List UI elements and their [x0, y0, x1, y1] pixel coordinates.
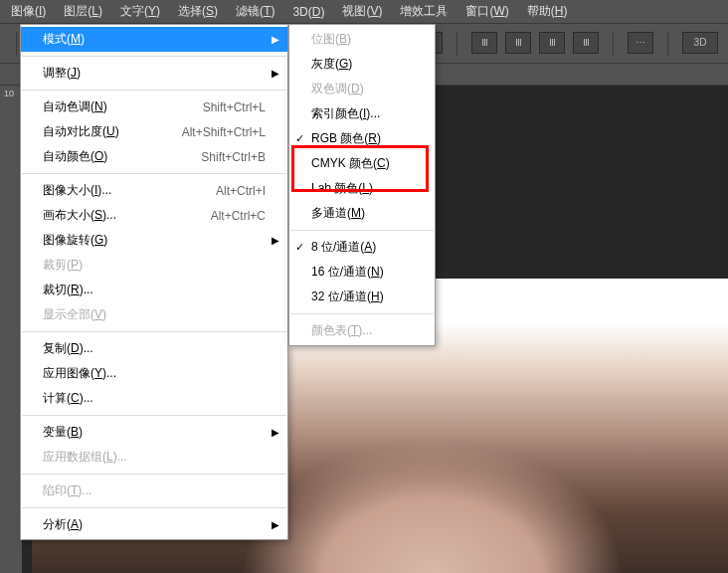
3d-mode-button[interactable]: 3D: [682, 32, 718, 54]
menu-separator: [290, 230, 434, 231]
menubar: 图像(I) 图层(L) 文字(Y) 选择(S) 滤镜(T) 3D(D) 视图(V…: [0, 0, 728, 24]
menu-separator: [22, 474, 286, 475]
menu-item-16bit[interactable]: 16 位/通道(N): [289, 260, 435, 285]
menu-separator: [22, 331, 286, 332]
menu-item-bitmap: 位图(B): [289, 27, 435, 52]
toolbar-separator: [667, 32, 668, 56]
chevron-right-icon: ▶: [272, 519, 279, 530]
menu-item-adjustments[interactable]: 调整(J)▶: [21, 61, 287, 86]
toolbar-separator: [16, 32, 17, 56]
menu-item-trap: 陷印(T)...: [21, 478, 287, 503]
menu-item-image-size[interactable]: 图像大小(I)...Alt+Ctrl+I: [21, 178, 287, 203]
menu-item-cmyk[interactable]: CMYK 颜色(C): [289, 151, 435, 176]
menu-separator: [22, 173, 286, 174]
menu-filter[interactable]: 滤镜(T): [227, 0, 283, 24]
menu-item-trim[interactable]: 裁切(R)...: [21, 278, 287, 302]
image-dropdown-menu: 模式(M)▶ 调整(J)▶ 自动色调(N)Shift+Ctrl+L 自动对比度(…: [20, 24, 288, 540]
menu-item-auto-tone[interactable]: 自动色调(N)Shift+Ctrl+L: [21, 95, 287, 119]
menu-image[interactable]: 图像(I): [2, 0, 55, 24]
menu-3d[interactable]: 3D(D): [283, 1, 333, 23]
menu-item-32bit[interactable]: 32 位/通道(H): [289, 285, 435, 309]
chevron-right-icon: ▶: [272, 427, 279, 438]
more-icon[interactable]: ⋯: [628, 32, 653, 54]
menu-item-analysis[interactable]: 分析(A)▶: [21, 512, 287, 537]
menu-item-apply-dataset: 应用数据组(L)...: [21, 445, 287, 470]
menu-item-auto-contrast[interactable]: 自动对比度(U)Alt+Shift+Ctrl+L: [21, 119, 287, 144]
menu-item-duplicate[interactable]: 复制(D)...: [21, 336, 287, 361]
mode-submenu: 位图(B) 灰度(G) 双色调(D) 索引颜色(I)... ✓RGB 颜色(R)…: [288, 24, 436, 346]
menu-item-multichannel[interactable]: 多通道(M): [289, 201, 435, 226]
distribute-bottom-icon[interactable]: Ⅲ: [539, 32, 565, 54]
menu-separator: [22, 56, 286, 57]
menu-item-color-table: 颜色表(T)...: [289, 318, 435, 343]
menu-view[interactable]: 视图(V): [333, 0, 391, 24]
menu-item-grayscale[interactable]: 灰度(G): [289, 52, 435, 77]
check-icon: ✓: [295, 241, 304, 254]
check-icon: ✓: [295, 132, 304, 145]
menu-item-8bit[interactable]: ✓8 位/通道(A): [289, 235, 435, 260]
menu-item-variables[interactable]: 变量(B)▶: [21, 420, 287, 445]
menu-item-crop: 裁剪(P): [21, 253, 287, 278]
distribute-left-icon[interactable]: Ⅲ: [573, 32, 599, 54]
toolbar-separator: [456, 32, 457, 56]
image-content: [241, 441, 624, 573]
menu-item-apply-image[interactable]: 应用图像(Y)...: [21, 361, 287, 386]
chevron-right-icon: ▶: [272, 34, 279, 45]
menu-plugins[interactable]: 增效工具: [391, 0, 456, 24]
menu-item-rgb[interactable]: ✓RGB 颜色(R): [289, 126, 435, 151]
menu-select[interactable]: 选择(S): [169, 0, 227, 24]
menu-separator: [22, 415, 286, 416]
ruler-value: 10: [4, 89, 14, 98]
menu-window[interactable]: 窗口(W): [456, 0, 517, 24]
menu-help[interactable]: 帮助(H): [518, 0, 577, 24]
distribute-top-icon[interactable]: Ⅲ: [471, 32, 497, 54]
menu-separator: [22, 90, 286, 91]
menu-item-auto-color[interactable]: 自动颜色(O)Shift+Ctrl+B: [21, 144, 287, 169]
menu-item-calculations[interactable]: 计算(C)...: [21, 386, 287, 411]
menu-separator: [290, 313, 434, 314]
menu-item-duotone: 双色调(D): [289, 77, 435, 101]
menu-item-rotation[interactable]: 图像旋转(G)▶: [21, 228, 287, 253]
menu-item-lab[interactable]: Lab 颜色(L): [289, 176, 435, 201]
chevron-right-icon: ▶: [272, 68, 279, 79]
menu-item-indexed[interactable]: 索引颜色(I)...: [289, 101, 435, 126]
menu-layer[interactable]: 图层(L): [55, 0, 111, 24]
menu-text[interactable]: 文字(Y): [111, 0, 169, 24]
menu-item-reveal-all: 显示全部(V): [21, 302, 287, 327]
menu-item-canvas-size[interactable]: 画布大小(S)...Alt+Ctrl+C: [21, 203, 287, 228]
menu-separator: [22, 507, 286, 508]
distribute-middle-icon[interactable]: Ⅲ: [505, 32, 531, 54]
chevron-right-icon: ▶: [272, 235, 279, 246]
toolbar-separator: [613, 32, 614, 56]
menu-item-mode[interactable]: 模式(M)▶: [21, 27, 287, 52]
